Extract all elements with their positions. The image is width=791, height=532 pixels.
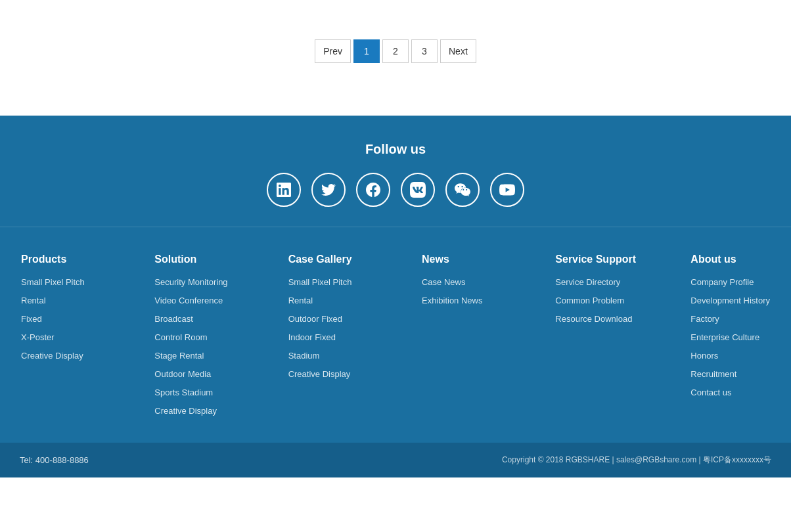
link-case-news[interactable]: Case News (422, 277, 465, 287)
link-factory[interactable]: Factory (690, 314, 719, 324)
link-outdoor-fixed[interactable]: Outdoor Fixed (288, 314, 342, 324)
footer-copyright: Copyright © 2018 RGBSHARE | sales@RGBsha… (502, 454, 771, 466)
news-links: Case News Exhibition News (422, 276, 501, 306)
link-creative-display[interactable]: Creative Display (21, 351, 83, 361)
link-small-pixel-pitch[interactable]: Small Pixel Pitch (21, 277, 85, 287)
service-support-links: Service Directory Common Problem Resourc… (555, 276, 636, 324)
social-icons-row (13, 173, 778, 207)
link-control-room[interactable]: Control Room (154, 332, 207, 342)
footer-col-about-us: About us Company Profile Development His… (690, 254, 770, 416)
link-x-poster[interactable]: X-Poster (21, 332, 55, 342)
footer: Follow us (0, 116, 791, 477)
link-stadium[interactable]: Stadium (288, 351, 320, 361)
link-service-directory[interactable]: Service Directory (555, 277, 620, 287)
footer-col-products: Products Small Pixel Pitch Rental Fixed … (21, 254, 100, 416)
link-resource-download[interactable]: Resource Download (555, 314, 632, 324)
footer-bottom: Tel: 400-888-8886 Copyright © 2018 RGBSH… (0, 443, 791, 477)
link-case-rental[interactable]: Rental (288, 296, 313, 305)
link-case-creative-display[interactable]: Creative Display (288, 369, 351, 379)
next-button[interactable]: Next (440, 39, 476, 63)
link-indoor-fixed[interactable]: Indoor Fixed (288, 332, 336, 342)
about-us-links: Company Profile Development History Fact… (690, 276, 770, 398)
page-1-button[interactable]: 1 (353, 39, 380, 63)
tel-number: 400-888-8886 (35, 455, 89, 465)
link-recruitment[interactable]: Recruitment (690, 369, 736, 379)
footer-tel: Tel: 400-888-8886 (20, 455, 89, 465)
facebook-icon[interactable] (356, 173, 390, 207)
link-development-history[interactable]: Development History (690, 296, 770, 305)
news-title: News (422, 254, 501, 265)
link-rental[interactable]: Rental (21, 296, 46, 305)
link-stage-rental[interactable]: Stage Rental (154, 351, 204, 361)
case-gallery-links: Small Pixel Pitch Rental Outdoor Fixed I… (288, 276, 367, 380)
link-outdoor-media[interactable]: Outdoor Media (154, 369, 211, 379)
follow-us-title: Follow us (13, 142, 778, 157)
tel-label: Tel: (20, 455, 33, 465)
link-security-monitoring[interactable]: Security Monitoring (154, 277, 227, 287)
about-us-title: About us (690, 254, 770, 265)
link-broadcast[interactable]: Broadcast (154, 314, 193, 324)
wechat-icon[interactable] (445, 173, 480, 207)
link-creative-display-sol[interactable]: Creative Display (154, 406, 217, 416)
case-gallery-title: Case Gallery (288, 254, 367, 265)
link-company-profile[interactable]: Company Profile (690, 277, 754, 287)
follow-us-section: Follow us (0, 116, 791, 227)
footer-col-case-gallery: Case Gallery Small Pixel Pitch Rental Ou… (288, 254, 367, 416)
youtube-icon[interactable] (490, 173, 524, 207)
solution-title: Solution (154, 254, 233, 265)
footer-col-service-support: Service Support Service Directory Common… (555, 254, 636, 416)
footer-nav: Products Small Pixel Pitch Rental Fixed … (8, 227, 783, 443)
link-contact-us[interactable]: Contact us (690, 388, 731, 397)
service-support-title: Service Support (555, 254, 636, 265)
solution-links: Security Monitoring Video Conference Bro… (154, 276, 233, 416)
twitter-icon[interactable] (311, 173, 346, 207)
link-fixed[interactable]: Fixed (21, 314, 42, 324)
link-enterprise-culture[interactable]: Enterprise Culture (690, 332, 759, 342)
products-title: Products (21, 254, 100, 265)
prev-button[interactable]: Prev (315, 39, 351, 63)
link-common-problem[interactable]: Common Problem (555, 296, 624, 305)
page-3-button[interactable]: 3 (411, 39, 438, 63)
link-case-small-pixel-pitch[interactable]: Small Pixel Pitch (288, 277, 352, 287)
linkedin-icon[interactable] (267, 173, 301, 207)
link-sports-stadium[interactable]: Sports Stadium (154, 388, 213, 397)
page-2-button[interactable]: 2 (382, 39, 409, 63)
link-honors[interactable]: Honors (690, 351, 718, 361)
link-exhibition-news[interactable]: Exhibition News (422, 296, 483, 305)
products-links: Small Pixel Pitch Rental Fixed X-Poster … (21, 276, 100, 361)
footer-col-solution: Solution Security Monitoring Video Confe… (154, 254, 233, 416)
pagination: Prev 1 2 3 Next (0, 0, 791, 116)
footer-col-news: News Case News Exhibition News (422, 254, 501, 416)
vk-icon[interactable] (401, 173, 435, 207)
link-video-conference[interactable]: Video Conference (154, 296, 223, 305)
